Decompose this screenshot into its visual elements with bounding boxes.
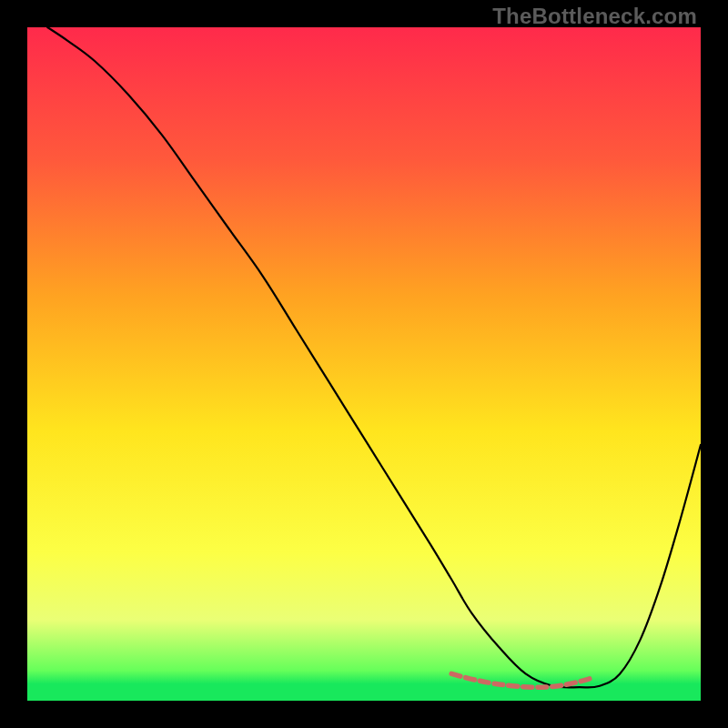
chart-frame — [27, 27, 701, 701]
watermark-text: TheBottleneck.com — [492, 4, 697, 29]
chart-background — [27, 27, 701, 701]
chart-svg — [27, 27, 701, 701]
